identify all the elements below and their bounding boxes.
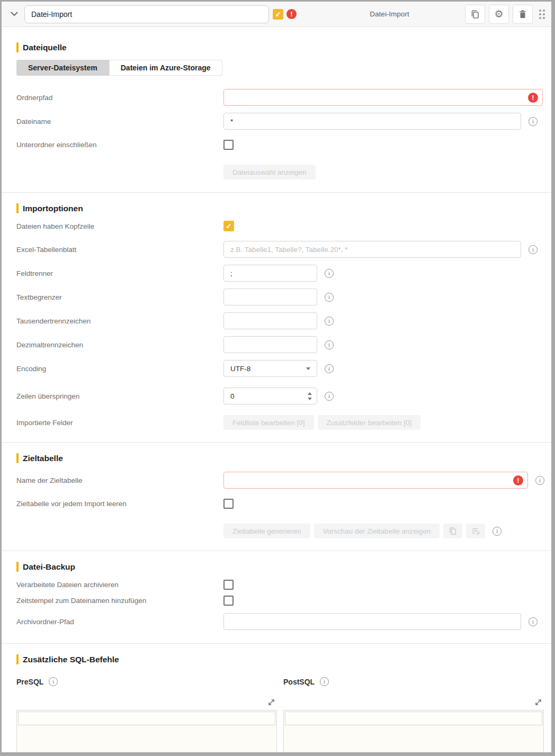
error-icon <box>513 475 523 485</box>
target-table-name-label: Name der Zieltabelle <box>16 476 223 484</box>
info-icon[interactable] <box>49 677 58 686</box>
section-title-datei-backup: Datei-Backup <box>16 562 538 572</box>
settings-button[interactable]: ⚙ <box>489 5 509 24</box>
file-name-row: Dateiname <box>16 113 538 130</box>
accent-bar <box>16 453 19 463</box>
header-bar: Datei-Import ⚙ <box>2 2 551 27</box>
presql-label: PreSQL <box>16 678 43 686</box>
accent-bar <box>16 654 19 664</box>
tab-server-dateisystem[interactable]: Server-Dateisystem <box>16 60 109 76</box>
step-up-icon[interactable] <box>308 392 312 395</box>
edit-table-script-button[interactable] <box>466 524 485 538</box>
postsql-editor-line[interactable] <box>285 712 542 725</box>
target-table-name-input[interactable] <box>223 472 528 489</box>
info-icon[interactable] <box>535 476 544 485</box>
info-icon[interactable] <box>529 245 538 254</box>
info-icon[interactable] <box>325 317 334 326</box>
drag-handle-icon[interactable] <box>539 10 545 19</box>
encoding-label: Encoding <box>16 365 223 373</box>
section-divider <box>2 442 551 443</box>
copy-icon <box>470 9 480 20</box>
folder-path-input[interactable] <box>223 89 543 106</box>
truncate-table-label: Zieltabelle vor jedem Import leeren <box>16 500 223 508</box>
text-delimiter-input[interactable] <box>223 289 317 305</box>
file-source-tabs: Server-Dateisystem Dateien im Azure-Stor… <box>16 60 538 76</box>
info-icon[interactable] <box>493 527 502 536</box>
thousands-separator-label: Tausendertrennzeichen <box>16 317 223 325</box>
postsql-label: PostSQL <box>283 678 315 686</box>
has-header-checkbox[interactable] <box>223 221 234 231</box>
folder-path-row: Ordnerpfad <box>16 89 538 106</box>
copy-table-button[interactable] <box>443 524 462 538</box>
error-icon <box>528 93 538 103</box>
edit-additional-fields-button[interactable]: Zusatzfelder bearbeiten [0] <box>318 415 421 430</box>
file-name-label: Dateiname <box>16 118 223 125</box>
duplicate-button[interactable] <box>465 5 485 24</box>
info-icon[interactable] <box>325 293 334 302</box>
collapse-chevron-icon[interactable] <box>9 9 20 20</box>
include-subfolders-checkbox[interactable] <box>223 140 234 150</box>
postsql-editor[interactable] <box>283 710 544 756</box>
valid-checkbox[interactable] <box>273 9 283 20</box>
step-down-icon[interactable] <box>308 398 312 400</box>
preview-target-table-button[interactable]: Vorschau der Zieltabelle anzeigen <box>314 524 440 538</box>
presql-editor-line[interactable] <box>18 712 275 725</box>
truncate-table-checkbox[interactable] <box>223 499 234 509</box>
info-icon[interactable] <box>320 677 329 686</box>
form-content: Dateiquelle Server-Dateisystem Dateien i… <box>2 42 551 756</box>
info-icon[interactable] <box>325 392 334 401</box>
accent-bar <box>16 203 19 213</box>
archive-folder-label: Archivordner-Pfad <box>16 618 223 626</box>
edit-list-icon <box>471 526 480 536</box>
archive-folder-input[interactable] <box>223 613 521 630</box>
section-divider <box>2 192 551 193</box>
info-icon[interactable] <box>529 617 538 626</box>
include-subfolders-row: Unterordner einschließen <box>16 139 538 150</box>
timestamp-checkbox[interactable] <box>223 596 234 606</box>
archive-files-checkbox[interactable] <box>223 580 234 590</box>
expand-icon[interactable] <box>267 698 276 707</box>
field-separator-input[interactable] <box>223 265 317 282</box>
field-separator-row: Feldtrenner <box>16 265 538 282</box>
timestamp-row: Zeitstempel zum Dateinamen hinzufügen <box>16 595 538 606</box>
info-icon[interactable] <box>325 364 334 373</box>
accent-bar <box>16 562 19 572</box>
section-divider <box>2 643 551 644</box>
excel-sheet-row: Excel-Tabellenblatt <box>16 241 538 258</box>
info-icon[interactable] <box>325 340 334 349</box>
number-stepper[interactable] <box>308 392 312 400</box>
presql-editor[interactable] <box>16 710 277 756</box>
file-name-input[interactable] <box>223 113 521 130</box>
show-file-selection-button[interactable]: Dateiauswahl anzeigen <box>223 165 316 179</box>
skip-rows-row: Zeilen überspringen <box>16 388 538 404</box>
tab-azure-storage[interactable]: Dateien im Azure-Storage <box>109 60 222 76</box>
skip-rows-input[interactable] <box>223 388 317 404</box>
imported-fields-label: Importierte Felder <box>16 419 223 427</box>
trash-icon <box>518 10 527 19</box>
copy-icon <box>448 526 458 536</box>
archive-files-row: Verarbeitete Dateien archivieren <box>16 579 538 590</box>
target-table-actions-row: Zieltabelle generieren Vorschau der Ziel… <box>16 523 538 539</box>
encoding-select[interactable]: UTF-8 <box>223 360 317 377</box>
page-title: Datei-Import <box>297 10 461 18</box>
expand-icon[interactable] <box>534 698 543 707</box>
thousands-separator-input[interactable] <box>223 312 317 329</box>
decimal-separator-input[interactable] <box>223 336 317 353</box>
gear-icon: ⚙ <box>494 9 503 19</box>
accent-bar <box>16 42 19 52</box>
info-icon[interactable] <box>325 269 334 278</box>
timestamp-label: Zeitstempel zum Dateinamen hinzufügen <box>16 597 223 605</box>
archive-files-label: Verarbeitete Dateien archivieren <box>16 581 223 589</box>
text-delimiter-label: Textbegrenzer <box>16 293 223 301</box>
excel-sheet-input[interactable] <box>223 241 521 258</box>
section-title-sql: Zusätzliche SQL-Befehle <box>16 654 538 664</box>
generate-target-table-button[interactable]: Zieltabelle generieren <box>223 524 310 538</box>
thousands-separator-row: Tausendertrennzeichen <box>16 312 538 329</box>
edit-field-list-button[interactable]: Feldliste bearbeiten [0] <box>223 415 314 430</box>
error-icon <box>287 9 297 19</box>
import-name-input[interactable] <box>24 5 269 23</box>
skip-rows-label: Zeilen überspringen <box>16 392 223 400</box>
delete-button[interactable] <box>513 5 533 24</box>
info-icon[interactable] <box>529 117 538 126</box>
file-selection-row: Dateiauswahl anzeigen <box>16 164 538 181</box>
